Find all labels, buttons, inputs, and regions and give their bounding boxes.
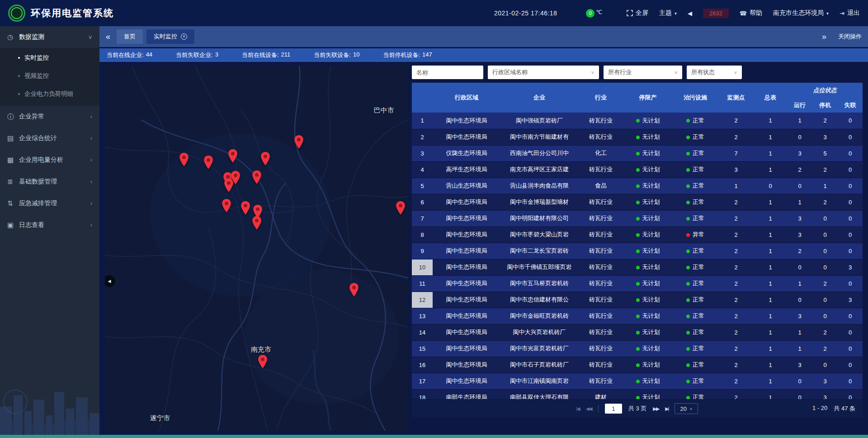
table-row[interactable]: 6 阆中生态环境局 阆中市金博瑞新型墙材 砖瓦行业 无计划 正常 2 1 1 — [412, 194, 863, 210]
row-limit: 无计划 — [623, 145, 672, 161]
divider — [598, 405, 599, 412]
stat-item: 当前失联企业: 3 — [176, 51, 218, 59]
logout-button[interactable]: ⇥ 退出 — [840, 9, 860, 17]
row-facility: 正常 — [672, 357, 718, 373]
row-industry: 砖瓦行业 — [578, 340, 623, 357]
map-pin[interactable] — [179, 153, 189, 166]
fullscreen-button[interactable]: 全屏 — [627, 9, 648, 17]
row-index: 1 — [412, 113, 433, 129]
prev-page-icon[interactable]: ◀◀ — [586, 406, 592, 412]
row-facility-text: 正常 — [693, 312, 704, 319]
table-row[interactable]: 7 阆中生态环境局 阆中明阳建材有限公司 砖瓦行业 无计划 正常 2 1 3 — [412, 210, 863, 226]
stat-value: 10 — [353, 51, 359, 59]
help-button[interactable]: ☎ 帮助 — [740, 9, 762, 17]
pagination-bar: |◀ ◀◀ 共 3 页 ▶▶ ▶| 20 ∨ 1 - 20 共 47 条 — [412, 400, 863, 417]
table-row[interactable]: 10 阆中生态环境局 阆中市千佛镇五郎垭页岩 砖瓦行业 无计划 正常 2 1 0 — [412, 259, 863, 275]
row-company: 阆中市千佛镇五郎垭页岩 — [500, 259, 578, 275]
row-limit: 无计划 — [623, 113, 672, 129]
table-row[interactable]: 18 南部生态环境局 南部县双佳大理石有限 建材 无计划 正常 2 1 0 — [412, 389, 863, 399]
sidebar-group[interactable]: ⓘ 企业异常 ‹ — [0, 106, 99, 127]
sidebar-subitem-label: 视频监控 — [24, 72, 49, 80]
map-pin[interactable] — [294, 135, 304, 149]
status-dot-icon — [636, 136, 640, 139]
map-pin[interactable] — [241, 201, 250, 215]
table-row[interactable]: 9 阆中生态环境局 阆中市二龙长宝页岩砖 砖瓦行业 无计划 正常 2 1 2 — [412, 243, 863, 259]
table-row[interactable]: 1 阆中生态环境局 阆中强锐页岩砖厂 砖瓦行业 无计划 正常 2 1 1 2 — [412, 113, 863, 129]
map-pin[interactable] — [222, 199, 231, 212]
map-pin[interactable] — [258, 355, 268, 368]
tab-realtime-monitor[interactable]: 实时监控 × — [146, 29, 194, 44]
map-pin[interactable] — [260, 152, 270, 165]
row-stop: 2 — [812, 161, 838, 178]
page-number-input[interactable] — [605, 404, 622, 414]
map-pin[interactable] — [396, 201, 406, 215]
table-row[interactable]: 13 阆中生态环境局 阆中市金福旺页岩机砖 砖瓦行业 无计划 正常 2 1 3 — [412, 308, 863, 324]
sidebar-group-data-monitor[interactable]: ◷ 数据监测 ∨ — [0, 26, 99, 48]
map-pin[interactable] — [228, 149, 238, 163]
row-meters: 1 — [754, 340, 787, 357]
stat-value: 3 — [215, 51, 218, 59]
sidebar-group[interactable]: ▤ 企业综合统计 ‹ — [0, 127, 99, 149]
sidebar-group[interactable]: ▣ 日志查看 ‹ — [0, 214, 99, 236]
row-facility: 正常 — [672, 340, 718, 357]
region-select[interactable]: 行政区域名称 ∨ — [488, 66, 599, 79]
logout-label: 退出 — [847, 9, 860, 17]
row-meters: 1 — [754, 324, 787, 340]
map-pin[interactable] — [349, 283, 359, 297]
theme-dropdown[interactable]: 主题 ▾ — [659, 9, 677, 17]
sidebar-subitem[interactable]: 实时监控 — [0, 49, 99, 67]
sidebar-group[interactable]: ≣ 基础数据管理 ‹ — [0, 171, 99, 193]
last-page-icon[interactable]: ▶| — [665, 406, 668, 412]
table-row[interactable]: 12 阆中生态环境局 阆中市忠信建材有限公 砖瓦行业 无计划 正常 2 1 0 — [412, 292, 863, 308]
row-region: 阆中生态环境局 — [433, 357, 500, 373]
stat-label: 当前在线设备: — [242, 51, 279, 59]
row-facility-text: 正常 — [693, 296, 704, 303]
map-pin[interactable] — [203, 155, 213, 169]
status-select[interactable]: 所有状态 ∨ — [687, 66, 742, 79]
tab-close-icon[interactable]: × — [181, 33, 187, 40]
table-row[interactable]: 15 阆中生态环境局 阆中市光富页岩机砖厂 砖瓦行业 无计划 正常 2 1 1 — [412, 340, 863, 357]
sidebar-group[interactable]: ▦ 企业用电量分析 ‹ — [0, 149, 99, 171]
row-stop: 0 — [812, 210, 838, 226]
row-facility-text: 正常 — [693, 215, 704, 221]
tabs-scroll-left-icon[interactable]: « — [106, 33, 110, 41]
sidebar-subitem[interactable]: 企业电力负荷明细 — [0, 85, 99, 103]
row-company: 阆中大兴页岩机砖厂 — [500, 324, 578, 340]
status-dot-icon — [686, 363, 690, 367]
row-company: 南部县双佳大理石有限 — [500, 389, 578, 399]
row-limit-text: 无计划 — [642, 264, 660, 270]
map-pin[interactable] — [252, 216, 262, 230]
table-row[interactable]: 16 阆中生态环境局 阆中市石子页岩机砖厂 砖瓦行业 无计划 正常 2 1 3 — [412, 357, 863, 373]
table-row[interactable]: 2 阆中生态环境局 阆中市南方节能建材有 砖瓦行业 无计划 正常 2 1 0 — [412, 129, 863, 145]
row-company: 阆中市五马桥页岩机砖 — [500, 275, 578, 292]
table-row[interactable]: 17 阆中生态环境局 阆中市江南镇阆南页岩 砖瓦行业 无计划 正常 2 1 0 — [412, 373, 863, 389]
first-page-icon[interactable]: |◀ — [576, 406, 580, 412]
sidebar-group-icon: ≣ — [7, 178, 19, 186]
page-size-select[interactable]: 20 ∨ — [675, 403, 698, 414]
industry-select[interactable]: 所有行业 ∨ — [604, 66, 682, 79]
tabs-scroll-right-icon[interactable]: » — [822, 33, 826, 41]
speaker-icon[interactable]: ◀ — [688, 10, 692, 17]
close-operations-button[interactable]: 关闭操作 — [838, 33, 862, 41]
table-row[interactable]: 8 阆中生态环境局 阆中市枣碧大梁山页岩 砖瓦行业 无计划 异常 2 1 3 — [412, 226, 863, 243]
map-pin[interactable] — [224, 179, 234, 192]
table-row[interactable]: 11 阆中生态环境局 阆中市五马桥页岩机砖 砖瓦行业 无计划 正常 2 1 1 — [412, 275, 863, 292]
org-dropdown[interactable]: 南充市生态环境局 ▾ — [773, 9, 829, 17]
sidebar-group[interactable]: ⇅ 应急减排管理 ‹ — [0, 193, 99, 214]
map-canvas[interactable]: 巴中市 南充市 遂宁市 ◀ — [105, 66, 408, 431]
next-page-icon[interactable]: ▶▶ — [653, 406, 659, 412]
row-company: 阆中市江南镇阆南页岩 — [500, 373, 578, 389]
map-pin[interactable] — [252, 170, 262, 184]
chevron-left-icon: ‹ — [90, 222, 92, 228]
row-meters: 1 — [754, 210, 787, 226]
name-search-input[interactable] — [412, 66, 483, 79]
table-row[interactable]: 5 营山生态环境局 营山县润丰肉食品有限 食品 无计划 正常 1 0 0 1 — [412, 178, 863, 194]
table-row[interactable]: 14 阆中生态环境局 阆中大兴页岩机砖厂 砖瓦行业 无计划 正常 2 1 1 — [412, 324, 863, 340]
table-row[interactable]: 3 仪陇生态环境局 西南油气田分公司川中 化工 无计划 正常 7 1 3 5 — [412, 145, 863, 161]
row-limit-text: 无计划 — [642, 312, 660, 319]
tab-home[interactable]: 首页 — [117, 29, 143, 44]
sidebar-subitem[interactable]: 视频监控 — [0, 67, 99, 85]
table-row[interactable]: 4 高坪生态环境局 南充市高坪区王家店建 砖瓦行业 无计划 正常 3 1 2 — [412, 161, 863, 178]
row-facility: 正常 — [672, 243, 718, 259]
row-meters: 1 — [754, 259, 787, 275]
